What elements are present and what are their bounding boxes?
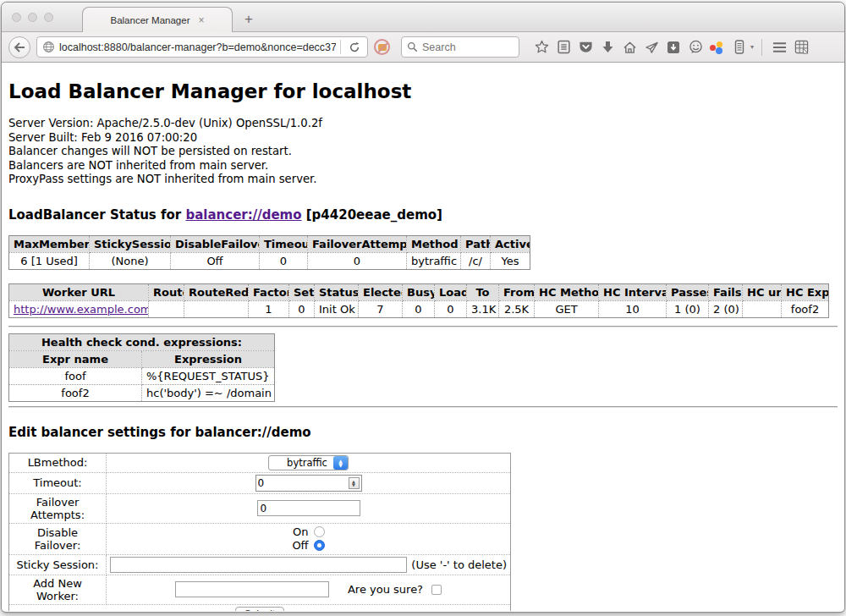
- reading-list-button[interactable]: [554, 37, 573, 58]
- cell-hc-expr: foof2: [782, 300, 829, 317]
- back-button[interactable]: [8, 36, 30, 58]
- timeout-input[interactable]: [258, 477, 349, 489]
- off-radio[interactable]: [314, 540, 325, 551]
- cell-from: 2.5K: [499, 300, 535, 317]
- col-disablefailover: DisableFailover: [171, 235, 260, 252]
- cell-expr-name: foof2: [9, 384, 142, 401]
- pocket-button[interactable]: [576, 37, 595, 58]
- col-status: Status: [315, 283, 359, 300]
- url-input[interactable]: [59, 41, 336, 53]
- add-worker-row: Add New Worker: Are you sure?: [9, 575, 511, 604]
- save-page-button[interactable]: [664, 37, 683, 58]
- col-from: From: [499, 283, 535, 300]
- send-tab-button[interactable]: [642, 37, 661, 58]
- col-routeredir: RouteRedir: [184, 283, 249, 300]
- sticky-session-input[interactable]: [110, 557, 407, 573]
- toolbar-separator: [761, 39, 762, 56]
- cell-stickysession: (None): [90, 252, 171, 269]
- device-button[interactable]: [730, 37, 749, 58]
- col-expression: Expression: [142, 350, 275, 367]
- on-radio-label: On: [293, 525, 308, 538]
- url-bar[interactable]: [36, 36, 368, 58]
- cell-hc-method: GET: [535, 300, 599, 317]
- submit-button[interactable]: Submit: [235, 607, 284, 611]
- server-built-line: Server Built: Feb 9 2016 07:00:20: [8, 131, 838, 146]
- cell-hc-uri: [743, 300, 782, 317]
- lbmethod-selected-value: bytraffic: [281, 457, 333, 469]
- failover-attempts-input[interactable]: [257, 500, 360, 516]
- col-busy: Busy: [403, 283, 435, 300]
- failover-attempts-row: Failover Attempts:: [9, 493, 511, 523]
- inherit-note-line: Balancers are NOT inherited from main se…: [8, 159, 838, 173]
- tab-preview-button[interactable]: [792, 37, 810, 58]
- worker-url-link[interactable]: http://www.example.com/: [14, 303, 149, 316]
- tab-title: Balancer Manager: [111, 15, 190, 25]
- menu-button[interactable]: [770, 37, 788, 58]
- cell-failoverattempts: 0: [308, 252, 407, 269]
- add-worker-input[interactable]: [175, 581, 329, 597]
- cell-status: Init Ok: [315, 300, 359, 317]
- save-page-icon: [667, 41, 680, 54]
- device-dropdown-caret-icon[interactable]: ▾: [750, 43, 754, 51]
- health-row-foof: foof %{REQUEST_STATUS} =~ /^[234]/: [9, 367, 275, 384]
- balancer-demo-link[interactable]: balancer://demo: [185, 207, 301, 223]
- failover-attempts-label: Failover Attempts:: [9, 493, 107, 523]
- tab-bar: Balancer Manager × +: [2, 3, 844, 32]
- cell-path: /c/: [461, 252, 491, 269]
- new-tab-button[interactable]: +: [244, 12, 253, 26]
- col-failoverattempts: FailoverAttempts: [308, 235, 407, 252]
- col-fails: Fails: [709, 283, 743, 300]
- col-stickysession: StickySession: [90, 235, 171, 252]
- on-radio[interactable]: [314, 526, 325, 537]
- colored-dots-icon: [710, 41, 725, 54]
- col-method: Method: [407, 235, 461, 252]
- cell-set: 0: [289, 300, 315, 317]
- off-radio-label: Off: [292, 539, 308, 552]
- sticky-session-row: Sticky Session: (Use '-' to delete): [9, 554, 511, 575]
- health-check-table: Health check cond. expressions: Expr nam…: [8, 333, 275, 402]
- window-zoom-button[interactable]: [44, 13, 53, 22]
- balancer-status-table: MaxMembers StickySession DisableFailover…: [8, 235, 530, 270]
- edit-settings-heading: Edit balancer settings for balancer://de…: [8, 425, 838, 440]
- blocked-content-icon[interactable]: [374, 39, 390, 55]
- home-button[interactable]: [620, 37, 639, 58]
- tab-balancer-manager[interactable]: Balancer Manager ×: [82, 7, 233, 32]
- smiley-icon: [689, 40, 703, 54]
- col-route: Route: [149, 283, 184, 300]
- downloads-button[interactable]: [598, 37, 617, 58]
- col-path: Path: [461, 235, 491, 252]
- tab-close-icon[interactable]: ×: [198, 15, 204, 25]
- col-hc-expr: HC Expr: [782, 283, 829, 300]
- are-you-sure-checkbox[interactable]: [431, 585, 442, 595]
- disable-failover-label: Disable Failover:: [9, 523, 107, 554]
- health-table-title: Health check cond. expressions:: [9, 333, 275, 350]
- send-icon: [645, 41, 659, 54]
- timeout-label: Timeout:: [9, 472, 107, 493]
- search-input[interactable]: [422, 41, 514, 53]
- device-icon: [734, 40, 744, 54]
- col-passes: Passes: [667, 283, 709, 300]
- search-bar[interactable]: [401, 36, 519, 58]
- urlbar-divider: [340, 40, 341, 54]
- cell-expr-name: foof: [9, 367, 142, 384]
- chat-button[interactable]: [686, 37, 705, 58]
- cell-fails: 2 (0): [709, 300, 743, 317]
- window-controls: [12, 13, 53, 22]
- lbmethod-select[interactable]: bytraffic ▲▼: [268, 455, 349, 470]
- back-arrow-icon: [14, 42, 25, 52]
- browser-window: Balancer Manager × +: [1, 2, 845, 613]
- number-spinner-icon[interactable]: ▲▼: [349, 477, 360, 489]
- cell-load: 0: [435, 300, 467, 317]
- bookmark-star-button[interactable]: [532, 37, 551, 58]
- are-you-sure-label: Are you sure?: [348, 583, 423, 596]
- reload-button[interactable]: [345, 37, 364, 58]
- blocked-slash-glyph: [375, 41, 390, 55]
- colored-dots-button[interactable]: [708, 37, 727, 58]
- col-expr-name: Expr name: [9, 350, 142, 367]
- window-close-button[interactable]: [12, 13, 21, 22]
- cell-busy: 0: [403, 300, 435, 317]
- cell-expression: %{REQUEST_STATUS} =~ /^[234]/: [142, 367, 275, 384]
- lbmethod-row: LBmethod: bytraffic ▲▼: [9, 453, 511, 472]
- window-minimize-button[interactable]: [28, 13, 37, 22]
- health-row-foof2: foof2 hc('body') =~ /domain is establish…: [9, 384, 275, 401]
